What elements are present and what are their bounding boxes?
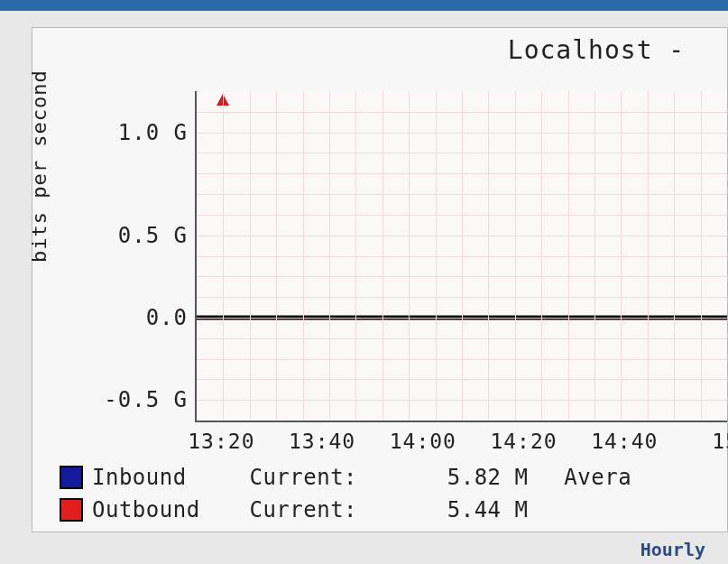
gridline-v xyxy=(648,91,649,421)
y-tick: 0.5 G xyxy=(79,223,188,248)
legend-current-value: 5.82 M xyxy=(393,465,529,490)
x-tick: 13:40 xyxy=(289,430,355,453)
legend-swatch-icon xyxy=(60,466,83,489)
gridline-v xyxy=(276,91,277,421)
legend-row: Outbound Current: 5.44 M xyxy=(60,494,727,526)
legend: Inbound Current: 5.82 M AveraOutbound Cu… xyxy=(60,461,727,526)
gridline-v xyxy=(355,91,356,421)
chart-title: Localhost - xyxy=(32,35,727,65)
gridline-v xyxy=(515,91,516,421)
gridline-v xyxy=(223,91,224,421)
legend-current-value: 5.44 M xyxy=(393,497,529,522)
gridline-v xyxy=(250,91,251,421)
gridline-v xyxy=(382,91,383,421)
legend-current-label: Current: xyxy=(223,465,384,490)
plot-area xyxy=(195,91,727,422)
legend-swatch-icon xyxy=(60,498,83,522)
gridline-v xyxy=(701,91,702,421)
x-tick: 13:20 xyxy=(188,430,254,453)
gridline-v xyxy=(436,91,437,421)
window-titlebar xyxy=(0,0,728,11)
gridline-v xyxy=(541,91,542,421)
legend-row: Inbound Current: 5.82 M Avera xyxy=(60,461,727,494)
legend-series-name: Outbound xyxy=(92,497,214,522)
gridline-v xyxy=(462,91,463,421)
y-tick: 0.0 xyxy=(79,305,188,330)
legend-current-label: Current: xyxy=(223,497,384,522)
gridline-v xyxy=(568,91,569,421)
gridline-v xyxy=(674,91,675,421)
x-tick: 14:00 xyxy=(390,430,456,453)
x-tick: 14:40 xyxy=(591,430,658,453)
gridline-v xyxy=(409,91,410,421)
x-tick: 14:20 xyxy=(490,430,557,453)
gridline-v xyxy=(594,91,595,421)
y-tick: 1.0 G xyxy=(79,120,188,145)
y-tick: -0.5 G xyxy=(79,387,188,412)
gridline-v xyxy=(303,91,304,421)
y-axis-label: bits per second xyxy=(28,69,51,263)
chart-panel: Localhost - bits per second Inbound Curr… xyxy=(32,27,728,532)
footer-link[interactable]: Hourly xyxy=(640,539,705,560)
legend-extra-label: Avera xyxy=(537,465,631,490)
legend-series-name: Inbound xyxy=(92,465,214,490)
gridline-v xyxy=(329,91,330,421)
gridline-v xyxy=(621,91,622,421)
x-tick: 15 xyxy=(712,430,728,453)
gridline-v xyxy=(488,91,489,421)
